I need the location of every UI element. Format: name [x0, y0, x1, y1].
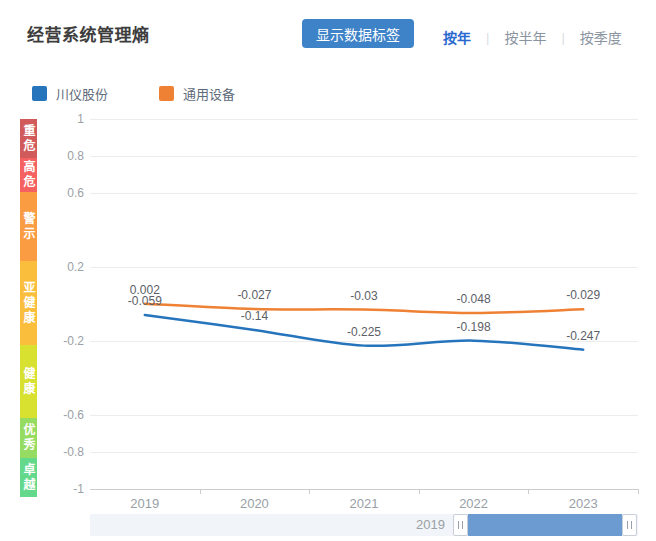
y-axis-tick-label: -0.8 — [40, 445, 84, 459]
x-axis-label-2023: 2023 — [569, 496, 598, 511]
y-axis-tick-label: -1 — [40, 482, 84, 496]
datazoom-left-handle[interactable] — [453, 514, 468, 536]
data-label-川仪股份-2021: -0.225 — [347, 325, 381, 339]
data-label-通用设备-2020: -0.027 — [237, 288, 271, 302]
y-axis-tick-label: -0.6 — [40, 408, 84, 422]
x-axis-label-2022: 2022 — [459, 496, 488, 511]
y-axis-tick-label: 0.2 — [40, 260, 84, 274]
data-label-川仪股份-2023: -0.247 — [566, 329, 600, 343]
y-axis-tick-label: -0.2 — [40, 334, 84, 348]
y-axis-tick-label: 0.8 — [40, 149, 84, 163]
data-label-通用设备-2021: -0.03 — [350, 289, 377, 303]
data-label-通用设备-2023: -0.029 — [566, 288, 600, 302]
y-axis-tick-label: 0.6 — [40, 186, 84, 200]
datazoom-start-label: 2019 — [416, 517, 445, 532]
data-label-川仪股份-2022: -0.198 — [457, 320, 491, 334]
line-chart — [0, 0, 656, 541]
data-label-川仪股份-2020: -0.14 — [241, 309, 268, 323]
y-axis-tick-label: 1 — [40, 112, 84, 126]
x-axis-label-2019: 2019 — [130, 496, 159, 511]
series-line-通用设备 — [145, 304, 583, 313]
data-label-通用设备-2019: 0.002 — [130, 283, 160, 297]
data-label-通用设备-2022: -0.048 — [457, 292, 491, 306]
datazoom-window[interactable] — [468, 514, 622, 536]
x-axis-label-2021: 2021 — [350, 496, 379, 511]
datazoom-right-handle[interactable] — [622, 514, 637, 536]
x-axis-label-2020: 2020 — [240, 496, 269, 511]
